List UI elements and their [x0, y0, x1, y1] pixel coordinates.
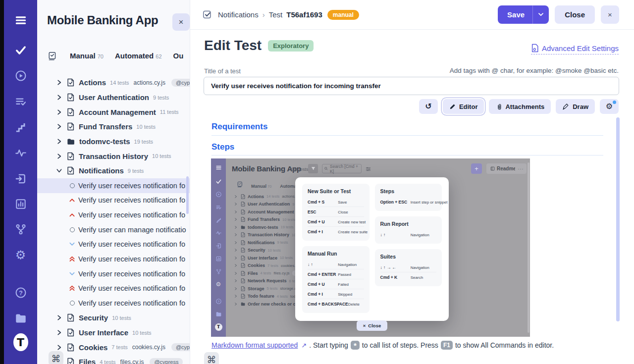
chevron-right-icon[interactable]	[56, 345, 62, 350]
suite-doc-icon	[67, 328, 74, 337]
chevron-right-icon	[234, 295, 238, 298]
app-logo[interactable]: T	[13, 335, 28, 350]
draw-button[interactable]: Draw	[556, 99, 595, 114]
suite-doc-icon	[67, 166, 74, 175]
chevron-right-icon[interactable]	[56, 124, 62, 129]
suite-name: Fund Transfers	[248, 217, 280, 222]
checklist-icon[interactable]	[13, 94, 28, 109]
main-scrollbar[interactable]	[616, 117, 620, 321]
tree-test-row[interactable]: Verify user receives notification fo	[37, 252, 190, 266]
shortcut-row: Cmd + ICreate new suite	[308, 226, 364, 236]
attachments-button[interactable]: Attachments	[489, 99, 551, 114]
attachments-label: Attachments	[505, 103, 544, 110]
requirements-heading[interactable]: Requirements	[211, 122, 267, 132]
play-circle-icon[interactable]	[13, 68, 28, 83]
save-button[interactable]: Save	[498, 5, 549, 24]
tab-manual[interactable]: Manual70	[70, 52, 104, 60]
sign-in-icon[interactable]	[13, 171, 28, 186]
screenshot-tests-count: 132 tests	[290, 167, 309, 172]
chevron-right-icon[interactable]	[56, 315, 62, 320]
help-icon[interactable]: ?	[13, 285, 28, 300]
chevron-right-icon[interactable]	[56, 80, 62, 85]
tree-test-row[interactable]: Verify user receives notification fo	[37, 237, 190, 252]
suite-name: Actions	[79, 78, 106, 87]
chevron-right-icon[interactable]	[56, 330, 62, 335]
suite-tag-badge: @cypress	[171, 79, 190, 87]
panel-close-button[interactable]: ×	[172, 13, 190, 31]
shortcut-row: Option + ESCInsert step or snippet	[380, 197, 437, 207]
menu-icon[interactable]	[13, 13, 28, 28]
tree-test-row[interactable]: Verify user receives notification fo	[37, 208, 190, 222]
folder-icon[interactable]	[13, 311, 28, 326]
chevron-down-icon[interactable]	[56, 168, 62, 173]
command-shortcut-badge[interactable]: ⌘	[204, 352, 219, 364]
suite-doc-icon	[241, 248, 245, 253]
test-title: Verify user receives notification fo	[78, 299, 185, 307]
tree-suite-row[interactable]: Account Management11 tests	[37, 104, 190, 119]
save-label: Save	[498, 10, 532, 19]
editor-tab-button[interactable]: Editor	[443, 99, 484, 114]
chevron-right-icon	[234, 218, 238, 221]
tree-suite-row[interactable]: todomvc-tests19 tests	[37, 134, 190, 149]
priority-highest-icon	[69, 285, 75, 291]
tree-suite-row[interactable]: Security10 tests	[37, 311, 190, 325]
tree-test-row[interactable]: Verify user receives notification fo	[37, 193, 190, 208]
chevron-right-icon[interactable]	[56, 109, 62, 115]
pulse-icon[interactable]	[13, 146, 28, 160]
chevron-down-icon[interactable]	[533, 13, 549, 16]
suite-count: 5 tests	[267, 286, 278, 291]
tree-scrollbar[interactable]	[186, 176, 189, 214]
steps-icon	[214, 216, 222, 224]
steps-heading[interactable]: Steps	[211, 142, 234, 152]
chevron-right-icon[interactable]	[56, 154, 62, 159]
dismiss-button[interactable]: ×	[601, 5, 619, 24]
test-title-input[interactable]	[204, 77, 619, 95]
editor-settings-button[interactable]: ⚙	[600, 99, 619, 114]
markdown-link[interactable]: Markdown format supported	[211, 341, 298, 349]
tree-suite-row[interactable]: User Interface10 tests	[37, 325, 190, 340]
priority-low-icon	[69, 242, 75, 246]
close-button[interactable]: Close	[555, 5, 595, 24]
breadcrumb-section[interactable]: Notifications	[218, 10, 259, 19]
chevron-right-icon[interactable]	[56, 95, 62, 100]
chevron-right-icon[interactable]	[56, 139, 62, 144]
check-icon[interactable]	[13, 43, 28, 57]
suite-file: actions.cy.js	[134, 79, 165, 86]
tree-test-row[interactable]: Verify user receives notification fo	[37, 296, 190, 311]
shortcut-description: Create new suite	[338, 230, 368, 234]
close-icon: ×	[608, 10, 612, 19]
svg-text:?: ?	[217, 299, 219, 303]
readme-label: Readme	[497, 166, 516, 171]
suite-name: Todo feature	[248, 294, 274, 299]
steps-icon[interactable]	[13, 120, 28, 135]
advanced-link-label: Advanced Edit Settings	[542, 44, 619, 52]
tags-hint: Add tags with @ char, for example: @smok…	[450, 67, 619, 74]
tab-automated[interactable]: Automated62	[115, 52, 162, 60]
suite-name: Account Management	[79, 108, 156, 116]
shortcut-card: New Suite or TestCmd + SSaveESCCloseCmd …	[302, 184, 370, 241]
advanced-edit-settings-link[interactable]: Advanced Edit Settings	[531, 44, 619, 54]
tree-suite-row[interactable]: Notifications9 tests	[37, 163, 190, 178]
tree-test-row[interactable]: Verify user receives notification fo	[37, 266, 190, 281]
tree-test-row[interactable]: Verify user receives notification fo	[37, 281, 190, 296]
command-shortcut-badge[interactable]: ⌘	[49, 351, 63, 364]
tree-suite-row[interactable]: Fund Transfers10 tests	[37, 119, 190, 134]
tree-suite-row[interactable]: User Authentication9 tests	[37, 90, 190, 105]
folder-icon	[67, 138, 75, 145]
logo: T	[214, 323, 222, 331]
external-link-icon: ↗	[301, 342, 307, 349]
tree-suite-row[interactable]: Transaction History10 tests	[37, 149, 190, 163]
gear-icon[interactable]: ⚙	[13, 248, 28, 262]
checkbox-icon	[203, 10, 212, 20]
bar-chart-icon[interactable]	[13, 197, 28, 211]
tab-ou[interactable]: Ou	[173, 52, 184, 60]
history-button[interactable]: ↺	[419, 99, 438, 114]
suite-count: 11 tests	[160, 109, 179, 115]
shortcut-key: Cmd + ENTER	[308, 272, 338, 277]
git-branch-icon[interactable]	[13, 222, 28, 237]
shortcuts-modal: New Suite or TestCmd + SSaveESCCloseCmd …	[295, 177, 449, 321]
tree-test-row[interactable]: Verify user can manage notificatio	[37, 222, 190, 237]
tree-test-row[interactable]: Verify user receives notification fo	[37, 178, 190, 193]
priority-highest-icon	[69, 256, 75, 262]
tree-suite-row[interactable]: Actions14 testsactions.cy.js@cypress	[37, 75, 190, 90]
